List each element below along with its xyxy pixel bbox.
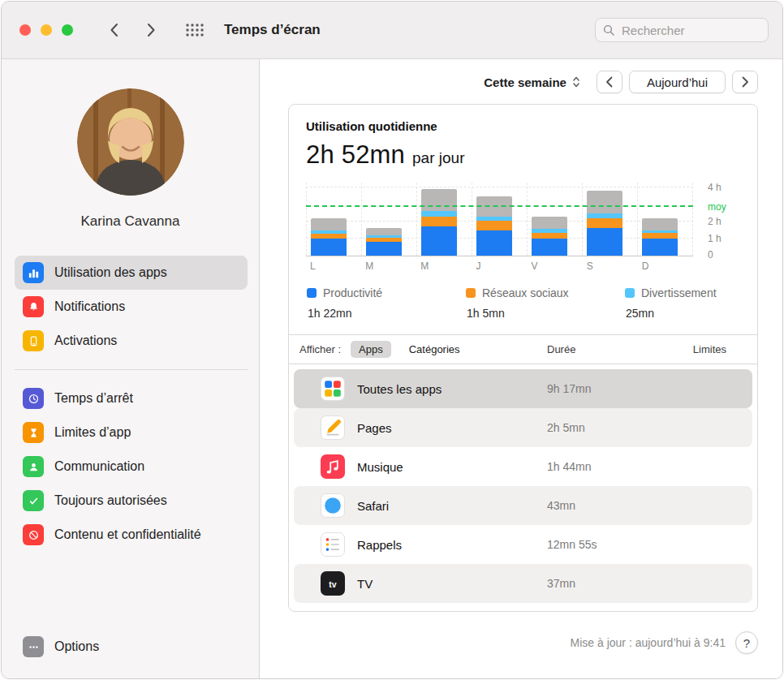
chart-day-column[interactable] — [361, 183, 416, 256]
legend-duration: 25mn — [625, 307, 717, 320]
chevron-right-icon — [742, 76, 749, 88]
app-duration: 43mn — [547, 499, 575, 512]
legend-swatch — [625, 288, 635, 298]
options-label: Options — [54, 639, 99, 654]
bar-segment — [311, 239, 347, 256]
app-row-all-apps[interactable]: Toutes les apps9h 17mn — [294, 369, 752, 408]
legend-label: Réseaux sociaux — [482, 286, 569, 299]
app-name: Musique — [357, 460, 403, 474]
filter-label: Afficher : — [299, 343, 341, 355]
bar-segment — [587, 191, 622, 213]
usage-chart-plot — [306, 183, 693, 256]
sidebar-item-notifications[interactable]: Notifications — [15, 290, 248, 324]
bar-segment — [642, 218, 678, 230]
filter-tab-catégories[interactable]: Catégories — [401, 341, 468, 358]
zoom-button[interactable] — [62, 24, 73, 36]
forward-button[interactable] — [143, 23, 159, 37]
bar-segment — [476, 221, 512, 230]
stacked-bar — [366, 228, 402, 256]
legend-entry: Productivité — [307, 286, 466, 299]
filter-tab-apps[interactable]: Apps — [351, 341, 391, 358]
search-field[interactable] — [595, 18, 769, 42]
bar-segment — [587, 218, 622, 229]
person-icon — [23, 456, 44, 477]
app-grid-icon[interactable] — [185, 23, 205, 37]
app-name: Rappels — [357, 538, 402, 552]
help-button-label: ? — [743, 636, 750, 650]
day-label: S — [583, 260, 638, 272]
stacked-bar — [311, 218, 347, 256]
bar-segment — [421, 189, 457, 211]
filter-row: Afficher : AppsCatégories Durée Limites — [289, 334, 757, 364]
minimize-button[interactable] — [41, 24, 52, 36]
chart-day-column[interactable] — [306, 183, 361, 256]
app-name: Toutes les apps — [357, 382, 442, 396]
sidebar-menu: Utilisation des appsNotificationsActivat… — [2, 256, 259, 552]
sidebar-item-label: Temps d’arrêt — [54, 391, 133, 406]
sidebar-item-communication[interactable]: Communication — [15, 450, 248, 484]
legend-swatch — [466, 288, 476, 298]
app-row-tv[interactable]: tvTV37mn — [294, 564, 752, 603]
sidebar: Karina Cavanna Utilisation des appsNotif… — [2, 59, 260, 678]
chart-day-column[interactable] — [582, 183, 637, 256]
sidebar-item-label: Notifications — [54, 299, 125, 314]
sidebar-divider — [15, 369, 248, 370]
back-button[interactable] — [106, 23, 122, 37]
next-day-button[interactable] — [732, 71, 758, 93]
app-duration: 2h 5mn — [547, 421, 585, 434]
app-row-music[interactable]: Musique1h 44mn — [294, 447, 752, 486]
day-label: M — [416, 260, 472, 272]
stacked-bar — [476, 196, 512, 256]
chevron-up-down-icon — [572, 75, 580, 88]
all-apps-icon — [321, 377, 345, 401]
app-row-pages[interactable]: Pages2h 5mn — [294, 408, 752, 447]
sidebar-item-app-limits[interactable]: Limites d’app — [15, 415, 248, 450]
axis-tick-label: 1 h — [708, 233, 722, 244]
axis-tick-label: 0 — [708, 249, 713, 260]
usage-legend: Productivité1h 22mnRéseaux sociaux1h 5mn… — [307, 286, 740, 334]
user-name: Karina Cavanna — [2, 213, 259, 230]
sidebar-options[interactable]: Options — [23, 636, 99, 657]
axis-tick-label: 4 h — [708, 182, 722, 193]
tv-icon: tv — [321, 571, 345, 596]
search-input[interactable] — [620, 23, 760, 38]
today-button[interactable]: Aujourd’hui — [629, 71, 726, 93]
app-row-safari[interactable]: Safari43mn — [294, 486, 752, 525]
sidebar-item-app-usage[interactable]: Utilisation des apps — [15, 256, 248, 290]
sidebar-item-always-allowed[interactable]: Toujours autorisées — [15, 484, 248, 518]
week-range-popup[interactable]: Cette semaine — [484, 75, 580, 89]
app-name: TV — [357, 577, 373, 591]
phone-icon — [23, 330, 44, 351]
sidebar-item-content-privacy[interactable]: Contenu et confidentialité — [15, 518, 248, 552]
legend-swatch — [307, 288, 317, 298]
legend-item: Divertissement25mn — [625, 286, 717, 320]
close-button[interactable] — [19, 24, 31, 36]
sidebar-item-pickups[interactable]: Activations — [15, 324, 248, 358]
chevron-left-icon — [605, 76, 613, 88]
bar-segment — [642, 239, 678, 256]
app-row-reminders[interactable]: Rappels12mn 55s — [294, 525, 752, 564]
app-duration: 1h 44mn — [547, 460, 591, 473]
chart-day-column[interactable] — [637, 183, 693, 256]
stacked-bar — [587, 191, 622, 256]
sidebar-item-downtime[interactable]: Temps d’arrêt — [15, 381, 248, 415]
bar-segment — [476, 196, 512, 217]
chart-day-column[interactable] — [527, 183, 582, 256]
window-title: Temps d’écran — [224, 22, 321, 38]
sidebar-item-label: Contenu et confidentialité — [54, 527, 201, 542]
app-name: Pages — [357, 421, 392, 435]
legend-entry: Divertissement — [625, 286, 717, 299]
hourglass-icon — [23, 422, 44, 443]
footer: Mise à jour : aujourd’hui à 9:41 ? — [261, 631, 758, 654]
legend-entry: Réseaux sociaux — [466, 286, 625, 299]
previous-day-button[interactable] — [597, 71, 622, 93]
sidebar-item-label: Utilisation des apps — [54, 265, 167, 280]
usage-panel-header: Utilisation quotidienne 2h 52mn par jour — [289, 105, 757, 170]
chart-day-column[interactable] — [472, 183, 527, 256]
titlebar: Temps d’écran — [2, 2, 782, 59]
chart-day-column[interactable] — [416, 183, 472, 256]
average-axis-label: moy — [708, 201, 726, 213]
legend-duration: 1h 5mn — [466, 307, 625, 320]
bar-segment — [642, 233, 678, 239]
help-button[interactable]: ? — [735, 631, 758, 654]
